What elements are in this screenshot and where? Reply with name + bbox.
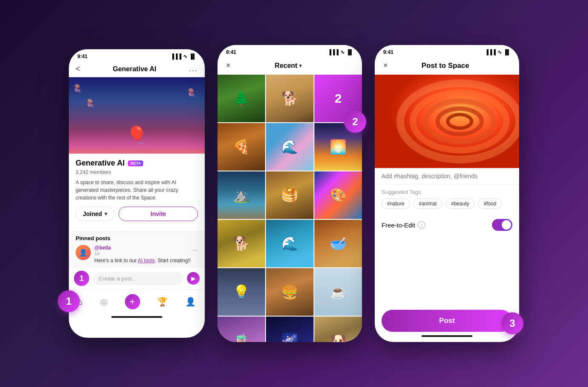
smoothie-image: 🧋 [218, 317, 265, 342]
bottom-navigation: ⌂ ◎ + 🏆 👤 [69, 289, 205, 316]
step-number-3: 3 [501, 312, 523, 334]
photo-grid[interactable]: 🌲 🐕 2 ▶ 🍕 🌊 🌅 [218, 75, 362, 342]
battery-icon-3: ▐▌ [503, 49, 511, 55]
tag-food[interactable]: #food [478, 199, 502, 209]
battery-icon-2: ▐▌ [346, 49, 353, 55]
trophy-nav-icon[interactable]: 🏆 [157, 297, 168, 307]
ocean-image: 🌊 [266, 220, 314, 267]
post-button-area: Post [375, 310, 519, 332]
joined-button[interactable]: Joined ▾ [76, 207, 114, 221]
pinned-post-item: 👤 @bella 1d ··· Here's a link to our AI … [76, 245, 198, 264]
suggested-tags-label: Suggested Tags [382, 189, 512, 195]
signal-icon-3: ▐▐▐ [485, 49, 496, 55]
jellyfish-icon-2: 🪼 [187, 88, 196, 97]
photo-cell-swirl[interactable]: 🎨 [314, 171, 362, 219]
marble-image: 🌊 [266, 123, 314, 171]
photo-cell-golden[interactable]: 🐕 [218, 220, 265, 267]
signal-icon-2: ▐▐▐ [328, 49, 339, 55]
tag-input-field[interactable] [382, 173, 512, 179]
action-buttons-row: Joined ▾ Invite [76, 207, 198, 221]
dog-image: 🐕 [266, 75, 314, 122]
add-nav-button[interactable]: + [125, 294, 140, 309]
photo-cell-pizza[interactable]: 🍕 [218, 123, 265, 171]
post-text: Here's a link to our AI tools. Start cre… [94, 258, 198, 264]
post-button[interactable]: Post [382, 310, 512, 332]
create-post-bar: 1 Create a post... ▶ [69, 267, 205, 289]
hero-banner: 🪼 🪼 🪼 🎈 [69, 77, 205, 154]
battery-icon: ▐▌ [189, 53, 196, 59]
post-nav-title: Post to Space [421, 62, 469, 70]
pinned-posts-label: Pinned posts [76, 235, 198, 241]
space-name: Generative AI [76, 159, 124, 168]
post-navbar: × Post to Space [375, 57, 519, 75]
post-ai-link[interactable]: AI tools [138, 258, 155, 264]
tag-input-area[interactable] [375, 168, 519, 185]
swirl-image: 🎨 [314, 171, 362, 219]
pinned-posts-section: Pinned posts 👤 @bella 1d ··· Here's a li [69, 231, 205, 267]
photo-cell-marble[interactable]: 🌊 [266, 123, 314, 171]
close-button-3[interactable]: × [383, 61, 388, 70]
photo-cell-galaxy[interactable]: 🌌 [266, 317, 314, 342]
post-time: 1d [94, 251, 111, 256]
tag-nature[interactable]: #nature [382, 199, 410, 209]
tag-animal[interactable]: #animal [413, 199, 442, 209]
wifi-icon-3: ∿ [498, 49, 502, 55]
search-nav-icon[interactable]: ◎ [100, 297, 107, 307]
tag-beauty[interactable]: #beauty [446, 199, 475, 209]
create-post-input[interactable]: Create a post... [93, 272, 184, 285]
suggested-tags-section: Suggested Tags #nature #animal #beauty #… [375, 185, 519, 213]
post-metadata: @bella 1d ··· Here's a link to our AI to… [94, 245, 198, 264]
photo-cell-lamp[interactable]: 💡 [218, 268, 265, 316]
photo-cell-retriever[interactable]: 🐶 [314, 317, 362, 342]
photo-cell-dog[interactable]: 🐕 [266, 75, 314, 122]
invite-button[interactable]: Invite [119, 207, 198, 221]
post-more-options[interactable]: ··· [192, 247, 198, 254]
jellyfish-icon: 🪼 [73, 84, 82, 93]
pizza-image: 🍕 [218, 123, 265, 171]
photo-cell-burger[interactable]: 🍔 [266, 268, 314, 316]
phone-3: 9:41 ▐▐▐ ∿ ▐▌ × Post to Space [375, 45, 519, 342]
step-number-1: 1 [58, 290, 80, 312]
post-text-post: . Start creating!! [155, 258, 191, 264]
gallery-title-text: Recent [275, 62, 297, 70]
beta-badge: BETA [128, 160, 143, 166]
wifi-icon-2: ∿ [340, 49, 345, 55]
lake-image: ⛰️ [218, 171, 265, 219]
wifi-icon: ∿ [183, 53, 187, 59]
info-icon[interactable]: i [418, 221, 425, 229]
more-options-button[interactable]: ... [189, 64, 198, 73]
free-to-edit-toggle[interactable] [492, 219, 512, 231]
chevron-down-icon: ▾ [105, 211, 107, 217]
spiral-artwork [375, 75, 519, 168]
step-number-2: 2 [344, 111, 366, 133]
back-button[interactable]: < [76, 64, 80, 73]
profile-nav-icon[interactable]: 👤 [185, 297, 196, 307]
photo-cell-coffee[interactable]: ☕ [314, 268, 362, 316]
step-1-label: 1 [66, 295, 71, 307]
photo-cell-smoothie[interactable]: 🧋 [218, 317, 265, 342]
status-time-2: 9:41 [226, 49, 236, 55]
user-avatar: 👤 [76, 245, 91, 260]
phone-2: 9:41 ▐▐▐ ∿ ▐▌ × Recent ▾ [218, 45, 362, 342]
close-button-2[interactable]: × [226, 61, 231, 70]
toggle-knob [502, 220, 511, 230]
send-button[interactable]: ▶ [187, 272, 200, 285]
free-to-edit-label: Free-to-Edit i [382, 221, 425, 229]
phone-1: 9:41 ▐▐▐ ∿ ▐▌ < Generative AI ... 🪼 🪼 🪼 … [69, 49, 205, 338]
free-to-edit-row: Free-to-Edit i [375, 213, 519, 237]
photo-cell-lake[interactable]: ⛰️ [218, 171, 265, 219]
photo-cell-bowl[interactable]: 🥣 [314, 220, 362, 267]
post-username[interactable]: @bella [94, 245, 111, 251]
status-bar-2: 9:41 ▐▐▐ ∿ ▐▌ [218, 45, 362, 57]
photo-cell-ocean[interactable]: 🌊 [266, 220, 314, 267]
lamp-image: 💡 [218, 268, 265, 316]
step-3-label: 3 [509, 317, 515, 329]
post-text-pre: Here's a link to our [94, 258, 138, 264]
gallery-chevron-icon[interactable]: ▾ [299, 63, 302, 69]
status-icons-3: ▐▐▐ ∿ ▐▌ [485, 49, 511, 55]
status-time-1: 9:41 [77, 53, 88, 59]
golden-image: 🐕 [218, 220, 265, 267]
photo-cell-forest[interactable]: 🌲 [218, 75, 265, 122]
photo-cell-pancake[interactable]: 🥞 [266, 171, 314, 219]
nav-title-1: Generative AI [113, 65, 156, 73]
